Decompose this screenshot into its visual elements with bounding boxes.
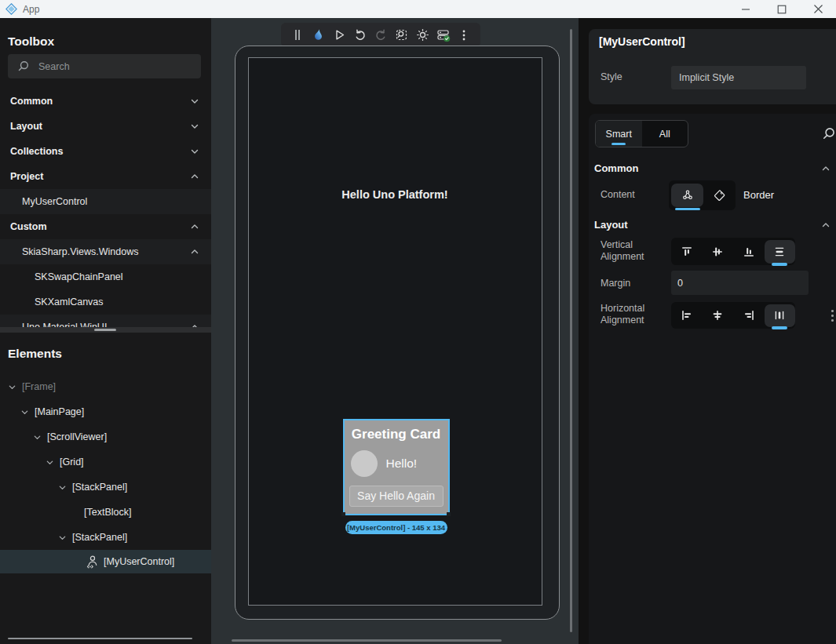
tag-icon — [713, 189, 726, 202]
titlebar: App — [0, 0, 836, 18]
margin-label: Margin — [601, 278, 630, 289]
valign-top-button[interactable] — [671, 238, 703, 265]
margin-input[interactable] — [671, 271, 809, 295]
toolbox-section-collections[interactable]: Collections — [0, 139, 211, 164]
toolbox-section-common[interactable]: Common — [0, 89, 211, 114]
horizontal-alignment-label: HorizontalAlignment — [601, 303, 644, 326]
canvas-toolbar — [281, 23, 480, 47]
content-label: Content — [601, 189, 635, 200]
toolbox-group-skiasharp[interactable]: SkiaSharp.Views.Windows — [0, 239, 211, 264]
greeting-card-title: Greeting Card — [345, 427, 448, 442]
properties-tabs: Smart All — [595, 120, 688, 147]
chevron-up-icon[interactable] — [821, 164, 831, 173]
chevron-down-icon — [58, 533, 67, 542]
toolbox-panel: Toolbox Common Layout Collections Projec… — [0, 18, 211, 644]
tree-item-stackpanel-1[interactable]: [StackPanel] — [0, 475, 211, 500]
theme-toggle-button[interactable] — [413, 23, 432, 47]
resize-handle[interactable] — [447, 512, 451, 516]
chevron-down-icon — [46, 458, 54, 467]
play-button[interactable] — [330, 23, 349, 47]
canvas-hscrollbar[interactable] — [232, 639, 502, 642]
valign-bottom-button[interactable] — [733, 238, 765, 265]
halign-left-button[interactable] — [671, 302, 703, 329]
chevron-down-icon — [190, 147, 199, 156]
toolbox-section-project[interactable]: Project — [0, 164, 211, 189]
toolbox-item-skswapchainpanel[interactable]: SKSwapChainPanel — [0, 264, 211, 289]
close-button[interactable] — [800, 0, 836, 18]
maximize-button[interactable] — [764, 0, 800, 18]
chevron-down-icon — [20, 408, 29, 417]
avatar-circle — [351, 450, 378, 477]
toolbox-title: Toolbox — [8, 35, 54, 49]
content-tag-toggle[interactable] — [703, 180, 736, 210]
valign-stretch-button[interactable] — [765, 240, 796, 264]
properties-panel: [MyUserControl] Style Smart All Common C… — [579, 18, 836, 644]
section-common-label: Common — [594, 162, 638, 174]
undo-button[interactable] — [351, 23, 370, 47]
style-label: Style — [601, 71, 622, 82]
toolbox-item-myusercontrol[interactable]: MyUserControl — [0, 189, 211, 214]
toolbar-drag-handle[interactable] — [288, 23, 307, 47]
content-toggle-group — [669, 180, 736, 210]
halign-stretch-button[interactable] — [765, 304, 796, 327]
chevron-down-icon — [190, 96, 199, 106]
vertical-alignment-group — [671, 238, 795, 265]
greeting-card-selection[interactable]: Greeting Card Hello! Say Hello Again — [343, 419, 450, 515]
element-search-button[interactable] — [392, 23, 411, 47]
say-hello-again-button[interactable]: Say Hello Again — [349, 486, 444, 507]
chevron-down-icon — [33, 433, 42, 442]
properties-card: Smart All Common Content Border Layout — [589, 114, 836, 644]
toolbox-section-custom[interactable]: Custom — [0, 214, 211, 239]
selection-size-label: [MyUserControl] - 145 x 134 — [345, 521, 447, 534]
toolbox-search[interactable] — [8, 54, 201, 78]
resize-handle[interactable] — [341, 512, 345, 516]
device-frame: Hello Uno Platform! Greeting Card Hello!… — [235, 45, 560, 620]
usercontrol-icon — [85, 555, 100, 569]
hot-reload-flame-icon[interactable] — [309, 23, 328, 47]
style-input[interactable] — [671, 66, 806, 89]
toolbox-section-layout[interactable]: Layout — [0, 114, 211, 139]
tree-item-stackpanel-2[interactable]: [StackPanel] — [0, 525, 211, 550]
halign-center-button[interactable] — [703, 302, 734, 329]
tree-item-frame[interactable]: [Frame] — [0, 374, 211, 399]
tab-smart[interactable]: Smart — [596, 121, 642, 147]
chevron-down-icon — [8, 383, 16, 391]
tab-all[interactable]: All — [642, 121, 688, 147]
chevron-down-icon — [58, 483, 67, 492]
device-screen: Hello Uno Platform! Greeting Card Hello!… — [248, 57, 542, 606]
toolbox-item-skxamlcanvas[interactable]: SKXamlCanvas — [0, 289, 211, 315]
selected-control-card: [MyUserControl] Style — [589, 29, 836, 104]
more-options-button[interactable] — [455, 23, 473, 47]
tree-item-myusercontrol[interactable]: [MyUserControl] — [0, 550, 211, 573]
tree-item-grid[interactable]: [Grid] — [0, 449, 211, 475]
section-layout-label: Layout — [594, 219, 628, 231]
tree-item-scrollviewer[interactable]: [ScrollViewer] — [0, 424, 211, 449]
toolbox-search-input[interactable] — [38, 61, 180, 72]
chevron-up-icon[interactable] — [821, 220, 831, 230]
more-options-icon[interactable] — [831, 310, 834, 322]
minimize-button[interactable] — [728, 0, 764, 18]
properties-search-icon[interactable] — [822, 127, 835, 140]
halign-right-button[interactable] — [733, 302, 765, 329]
greeting-text: Hello! — [386, 457, 418, 471]
tree-item-mainpage[interactable]: [MainPage] — [0, 399, 211, 424]
chevron-up-icon — [190, 172, 199, 181]
chevron-up-icon — [190, 222, 199, 231]
elements-title: Elements — [8, 347, 62, 361]
canvas-vscrollbar[interactable] — [570, 29, 572, 632]
window-title: App — [23, 4, 39, 15]
rules-check-button[interactable] — [434, 23, 453, 47]
molecule-icon — [681, 189, 694, 202]
chevron-down-icon — [190, 122, 199, 131]
design-canvas: Hello Uno Platform! Greeting Card Hello!… — [211, 18, 579, 644]
selected-control-title: [MyUserControl] — [599, 35, 685, 48]
toolbox-scrollbar[interactable] — [0, 327, 211, 333]
content-element-toggle[interactable] — [671, 184, 703, 207]
tree-item-textblock[interactable]: [TextBlock] — [0, 500, 211, 525]
hello-text: Hello Uno Platform! — [249, 188, 542, 201]
redo-button[interactable] — [371, 23, 390, 47]
valign-center-button[interactable] — [703, 238, 734, 265]
elements-hscrollbar[interactable] — [8, 638, 192, 640]
elements-panel: Elements [Frame] [MainPage] [ScrollViewe… — [0, 333, 211, 644]
vertical-alignment-label: VerticalAlignment — [601, 239, 644, 263]
